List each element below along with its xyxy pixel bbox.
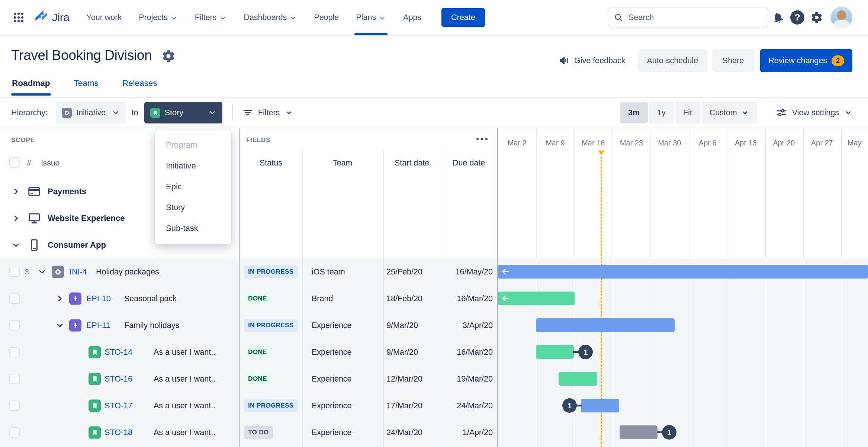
- hierarchy-menu-item-sub-task[interactable]: Sub-task: [155, 218, 231, 239]
- issue-row-sto-16[interactable]: STO-16As a user I want..: [0, 366, 239, 392]
- team-value[interactable]: Experience: [312, 428, 352, 437]
- due-date-value[interactable]: 16/Mar/20: [441, 348, 493, 357]
- hierarchy-to-select[interactable]: Story: [144, 102, 222, 123]
- auto-schedule-button[interactable]: Auto-schedule: [638, 49, 707, 72]
- team-value[interactable]: Experience: [312, 401, 352, 411]
- start-date-value[interactable]: 25/Feb/20: [386, 267, 422, 277]
- gantt-bar-ini-4[interactable]: [498, 265, 868, 279]
- status-badge[interactable]: IN PROGRESS: [244, 266, 298, 278]
- issue-key-link[interactable]: STO-16: [105, 374, 132, 384]
- nav-item-plans[interactable]: Plans: [356, 0, 386, 35]
- search-input[interactable]: [608, 7, 768, 28]
- view-settings-button[interactable]: View settings: [776, 107, 852, 118]
- issue-key-link[interactable]: EPI-11: [86, 321, 110, 330]
- chevron-right-icon[interactable]: [55, 294, 65, 303]
- issue-key-link[interactable]: EPI-10: [86, 294, 111, 303]
- field-column-header-team[interactable]: Team: [302, 158, 383, 168]
- due-date-value[interactable]: 3/Apr/20: [441, 321, 493, 330]
- issue-key-link[interactable]: STO-18: [105, 428, 132, 437]
- status-badge[interactable]: IN PROGRESS: [244, 319, 298, 332]
- issue-title[interactable]: As a user I want..: [154, 348, 215, 357]
- due-date-value[interactable]: 16/Mar/20: [441, 294, 493, 303]
- select-checkbox[interactable]: [9, 347, 20, 357]
- gantt-bar-sto-17[interactable]: [581, 399, 619, 412]
- chevron-down-icon[interactable]: [55, 321, 65, 330]
- chevron-down-icon[interactable]: [11, 240, 21, 250]
- select-all-checkbox[interactable]: [9, 157, 20, 168]
- gantt-bar-sto-14[interactable]: [536, 345, 574, 359]
- filters-button[interactable]: Filters: [242, 107, 293, 118]
- issue-row-sto-14[interactable]: STO-14As a user I want..: [0, 339, 239, 366]
- issue-key-link[interactable]: INI-4: [70, 267, 87, 277]
- range-button-fit[interactable]: Fit: [675, 102, 700, 123]
- field-column-header-status[interactable]: Status: [240, 158, 302, 168]
- jira-logo[interactable]: Jira: [33, 10, 69, 25]
- issue-title[interactable]: Family holidays: [124, 321, 179, 330]
- gantt-bar-sto-18[interactable]: [620, 425, 658, 439]
- issue-key-link[interactable]: STO-17: [105, 401, 132, 411]
- status-badge[interactable]: DONE: [244, 346, 271, 358]
- due-date-value[interactable]: 16/May/20: [441, 267, 493, 277]
- due-date-value[interactable]: 1/Apr/20: [441, 428, 493, 437]
- status-badge[interactable]: DONE: [244, 292, 271, 305]
- team-value[interactable]: Experience: [312, 374, 352, 384]
- select-checkbox[interactable]: [9, 401, 20, 411]
- status-badge[interactable]: IN PROGRESS: [244, 399, 298, 412]
- team-value[interactable]: Experience: [312, 321, 352, 330]
- app-switcher-icon[interactable]: [10, 9, 27, 26]
- range-button-1y[interactable]: 1y: [649, 102, 674, 123]
- issue-key-link[interactable]: STO-14: [105, 348, 132, 357]
- field-column-header-start-date[interactable]: Start date: [383, 158, 441, 168]
- hierarchy-menu-item-story[interactable]: Story: [155, 197, 231, 218]
- select-checkbox[interactable]: [9, 374, 20, 384]
- nav-item-your-work[interactable]: Your work: [86, 0, 122, 35]
- due-date-value[interactable]: 19/Mar/20: [441, 374, 493, 384]
- start-date-value[interactable]: 24/Mar/20: [386, 428, 422, 437]
- hierarchy-menu-item-initiative[interactable]: Initiative: [155, 155, 231, 176]
- notifications-bell-icon[interactable]: [768, 8, 788, 27]
- team-value[interactable]: iOS team: [312, 267, 345, 277]
- nav-item-people[interactable]: People: [314, 0, 339, 35]
- due-date-value[interactable]: 24/Mar/20: [441, 401, 493, 411]
- team-value[interactable]: Brand: [312, 294, 333, 303]
- review-changes-button[interactable]: Review changes 2: [760, 49, 852, 72]
- select-checkbox[interactable]: [9, 320, 20, 331]
- give-feedback-button[interactable]: Give feedback: [559, 55, 625, 66]
- nav-item-projects[interactable]: Projects: [139, 0, 178, 35]
- issue-row-sto-18[interactable]: STO-18As a user I want..: [0, 419, 239, 446]
- start-date-value[interactable]: 12/Mar/20: [386, 374, 422, 384]
- issue-row-epi-11[interactable]: EPI-11Family holidays: [0, 312, 239, 339]
- gantt-bar-epi-10[interactable]: [498, 292, 575, 305]
- select-checkbox[interactable]: [9, 293, 20, 304]
- nav-item-apps[interactable]: Apps: [403, 0, 421, 35]
- chevron-down-icon[interactable]: [37, 267, 47, 277]
- fields-timeline-divider[interactable]: [497, 128, 498, 447]
- user-avatar[interactable]: [831, 7, 852, 28]
- status-badge[interactable]: DONE: [244, 373, 271, 385]
- team-value[interactable]: Experience: [312, 348, 352, 357]
- fields-more-icon[interactable]: [475, 134, 489, 145]
- select-checkbox[interactable]: [9, 267, 20, 277]
- range-button-custom[interactable]: Custom: [701, 102, 757, 123]
- settings-gear-icon[interactable]: [807, 8, 826, 27]
- tab-releases[interactable]: Releases: [122, 78, 158, 97]
- issue-row-epi-10[interactable]: EPI-10Seasonal pack: [0, 285, 239, 312]
- range-button-3m[interactable]: 3m: [620, 102, 648, 123]
- plan-settings-gear-icon[interactable]: [161, 49, 176, 63]
- create-button[interactable]: Create: [441, 8, 485, 27]
- nav-item-dashboards[interactable]: Dashboards: [244, 0, 297, 35]
- chevron-right-icon[interactable]: [11, 187, 21, 196]
- dependency-badge[interactable]: 1: [578, 345, 593, 359]
- field-column-header-due-date[interactable]: Due date: [441, 158, 497, 168]
- dependency-badge[interactable]: 1: [662, 425, 676, 440]
- dependency-badge[interactable]: 1: [562, 398, 577, 413]
- tab-roadmap[interactable]: Roadmap: [11, 78, 51, 97]
- hierarchy-menu-item-epic[interactable]: Epic: [155, 176, 231, 197]
- issue-title[interactable]: As a user I want..: [154, 401, 215, 411]
- nav-item-filters[interactable]: Filters: [195, 0, 227, 35]
- issue-title[interactable]: Seasonal pack: [124, 294, 177, 303]
- gantt-bar-sto-16[interactable]: [559, 372, 597, 386]
- select-checkbox[interactable]: [9, 427, 20, 438]
- start-date-value[interactable]: 17/Mar/20: [386, 401, 422, 411]
- issue-title[interactable]: As a user I want..: [154, 428, 215, 437]
